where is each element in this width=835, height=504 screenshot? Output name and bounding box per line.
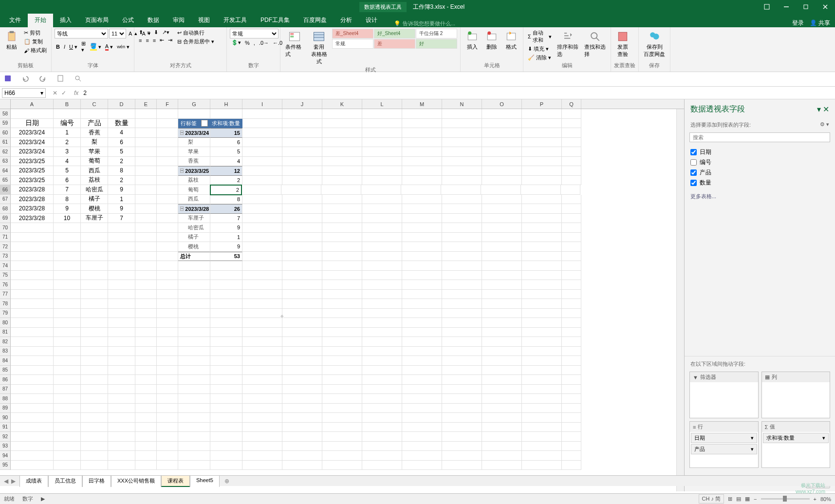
- cell[interactable]: 9: [210, 242, 242, 252]
- cell[interactable]: [11, 356, 54, 366]
- row-header[interactable]: 81: [0, 328, 11, 337]
- cell[interactable]: [322, 280, 362, 290]
- cell[interactable]: [562, 128, 581, 138]
- cell[interactable]: 5: [108, 147, 135, 157]
- cell[interactable]: [522, 195, 562, 205]
- cell[interactable]: [282, 157, 322, 167]
- cell[interactable]: [242, 223, 282, 233]
- row-header[interactable]: 67: [0, 195, 11, 205]
- cell[interactable]: [482, 404, 522, 413]
- cell[interactable]: [178, 261, 210, 271]
- cell[interactable]: [362, 423, 402, 432]
- copy-button[interactable]: 📋复制: [22, 37, 48, 46]
- cell[interactable]: [81, 413, 108, 423]
- cell[interactable]: [54, 242, 81, 252]
- cell[interactable]: [178, 366, 210, 375]
- cell[interactable]: [242, 423, 282, 432]
- cell[interactable]: [11, 299, 54, 309]
- cell[interactable]: [562, 337, 581, 347]
- area-field-item[interactable]: 求和项:数量 ▾: [763, 433, 829, 443]
- cell[interactable]: [522, 432, 562, 442]
- cell[interactable]: [210, 309, 242, 318]
- cell[interactable]: 9: [108, 204, 135, 214]
- cell[interactable]: [442, 252, 482, 261]
- row-header[interactable]: 59: [0, 119, 11, 129]
- cell[interactable]: [282, 385, 322, 394]
- cell[interactable]: [54, 271, 81, 280]
- cell[interactable]: [482, 242, 522, 252]
- cell[interactable]: [242, 385, 282, 394]
- tab-insert[interactable]: 插入: [53, 13, 78, 27]
- cell[interactable]: [108, 356, 135, 366]
- zoom-in-button[interactable]: +: [814, 496, 816, 502]
- cell[interactable]: [282, 252, 322, 261]
- cell[interactable]: [562, 423, 581, 432]
- cell[interactable]: [242, 356, 282, 366]
- cell[interactable]: [362, 214, 402, 224]
- cell[interactable]: [362, 242, 402, 252]
- cell[interactable]: [482, 451, 522, 461]
- cell[interactable]: [135, 337, 157, 347]
- cell[interactable]: [282, 451, 322, 461]
- save-baidu-button[interactable]: 保存到 百度网盘: [642, 29, 667, 59]
- cell[interactable]: [282, 119, 322, 129]
- cell[interactable]: [135, 261, 157, 271]
- cell[interactable]: [482, 157, 522, 167]
- cell[interactable]: 苹果: [81, 147, 108, 157]
- cell[interactable]: [157, 413, 178, 423]
- cell[interactable]: [178, 385, 210, 394]
- cell-styles-gallery[interactable]: 差_Sheet4好_Sheet4千位分隔 2常规差好: [332, 29, 457, 49]
- formula-input[interactable]: [81, 90, 835, 96]
- name-box[interactable]: H66▾: [2, 88, 46, 98]
- cell[interactable]: [242, 157, 282, 167]
- cell[interactable]: [282, 366, 322, 375]
- cell[interactable]: [157, 204, 178, 214]
- cell[interactable]: [11, 309, 54, 318]
- cell[interactable]: [157, 404, 178, 413]
- cell[interactable]: 9: [108, 185, 135, 195]
- cell[interactable]: [54, 309, 81, 318]
- cell[interactable]: [322, 271, 362, 280]
- cell[interactable]: [135, 128, 157, 138]
- cell[interactable]: [135, 451, 157, 461]
- cell[interactable]: [282, 261, 322, 271]
- cell[interactable]: [135, 404, 157, 413]
- cell[interactable]: [157, 128, 178, 138]
- cell[interactable]: [442, 309, 482, 318]
- cell[interactable]: [402, 309, 442, 318]
- cell[interactable]: [108, 261, 135, 271]
- cell[interactable]: [482, 147, 522, 157]
- cell[interactable]: [135, 147, 157, 157]
- cell[interactable]: [322, 309, 362, 318]
- cell[interactable]: [157, 309, 178, 318]
- row-header[interactable]: 63: [0, 157, 11, 167]
- cell[interactable]: 2023/3/28: [11, 195, 54, 205]
- cell[interactable]: [362, 195, 402, 205]
- cell[interactable]: [242, 147, 282, 157]
- cell[interactable]: [322, 242, 362, 252]
- cell-style-option[interactable]: 千位分隔 2: [416, 29, 457, 38]
- cell[interactable]: [522, 309, 562, 318]
- cell[interactable]: [135, 461, 157, 470]
- cell[interactable]: [442, 347, 482, 356]
- cell[interactable]: [157, 233, 178, 243]
- cell[interactable]: [178, 356, 210, 366]
- cell[interactable]: [241, 185, 281, 195]
- cut-button[interactable]: ✂剪切: [22, 29, 48, 37]
- cell[interactable]: 2023/3/25: [11, 166, 54, 176]
- cell[interactable]: [442, 261, 482, 271]
- field-item[interactable]: 产品: [690, 168, 829, 178]
- cell[interactable]: [522, 252, 562, 261]
- cell[interactable]: [362, 404, 402, 413]
- cell[interactable]: [522, 261, 562, 271]
- cell[interactable]: [108, 375, 135, 385]
- tab-home[interactable]: 开始: [28, 13, 53, 27]
- cell[interactable]: [81, 423, 108, 432]
- cell[interactable]: [522, 157, 562, 167]
- cell[interactable]: [282, 138, 322, 148]
- cell[interactable]: [54, 442, 81, 451]
- cell[interactable]: [81, 261, 108, 271]
- column-header[interactable]: I: [242, 99, 282, 109]
- cell[interactable]: [178, 280, 210, 290]
- cell[interactable]: [157, 337, 178, 347]
